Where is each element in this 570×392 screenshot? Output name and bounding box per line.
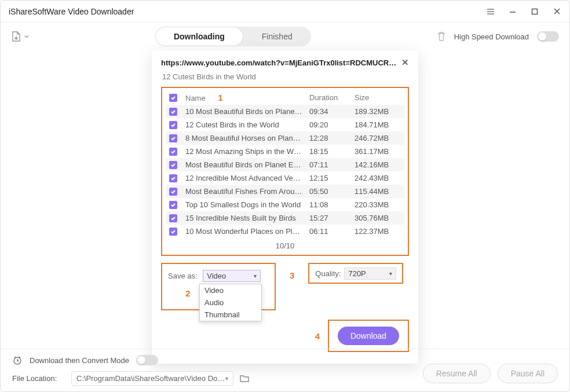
list-header: Name 1 Duration Size: [166, 90, 404, 105]
table-row[interactable]: 10 Most Beautiful Birds on Planet Earth …: [166, 105, 404, 118]
svg-rect-0: [532, 9, 538, 14]
pause-all-button[interactable]: Pause All: [498, 364, 558, 383]
dialog-subtitle: 12 Cutest Birds in the World: [162, 72, 409, 81]
maximize-icon[interactable]: [530, 7, 539, 16]
row-size: 115.44MB: [355, 187, 401, 196]
table-row[interactable]: 15 Incredible Nests Built by Birds15:273…: [166, 211, 404, 225]
chevron-down-icon[interactable]: [24, 34, 30, 39]
resume-all-button[interactable]: Resume All: [423, 364, 491, 383]
row-size: 220.33MB: [355, 200, 401, 209]
row-size: 361.17MB: [355, 147, 401, 156]
row-duration: 11:08: [309, 200, 349, 209]
row-size: 142.16MB: [355, 160, 401, 169]
row-checkbox[interactable]: [169, 108, 177, 116]
row-checkbox[interactable]: [169, 134, 177, 142]
open-folder-icon[interactable]: [239, 374, 250, 383]
table-row[interactable]: 12 Most Amazing Ships in the World18:153…: [166, 145, 404, 158]
main-area: https://www.youtube.com/watch?v=MjEaniGT…: [1, 50, 569, 349]
row-size: 246.72MB: [355, 134, 401, 142]
list-body: 10 Most Beautiful Birds on Planet Earth …: [166, 105, 404, 238]
col-name: Name 1: [185, 93, 304, 102]
title-bar: iShareSoftWare Video Downloader: [1, 1, 569, 23]
region-download: Download: [328, 320, 409, 352]
row-checkbox[interactable]: [169, 174, 177, 182]
saveas-option-thumbnail[interactable]: Thumbnail: [200, 309, 261, 321]
saveas-option-audio[interactable]: Audio: [200, 296, 261, 309]
convert-mode-toggle[interactable]: [136, 355, 158, 365]
row-duration: 09:20: [309, 120, 349, 129]
row-checkbox[interactable]: [169, 228, 177, 236]
table-row[interactable]: 12 Cutest Birds in the World09:20184.71M…: [166, 118, 404, 131]
list-counter: 10/10: [166, 241, 404, 250]
annotation-1: 1: [218, 93, 222, 102]
table-row[interactable]: 10 Most Wonderful Places on Planet Earth…: [166, 225, 404, 238]
row-name: 12 Cutest Birds in the World: [185, 120, 304, 129]
row-name: 12 Most Amazing Ships in the World: [185, 147, 304, 156]
saveas-dropdown: Video Audio Thumbnail: [199, 284, 262, 321]
row-name: 10 Most Beautiful Birds on Planet Earth …: [185, 107, 304, 116]
row-duration: 05:50: [309, 187, 349, 196]
bottom-actions: Resume All Pause All: [423, 364, 558, 383]
row-checkbox[interactable]: [169, 201, 177, 209]
row-checkbox[interactable]: [169, 214, 177, 222]
new-download-button[interactable]: [11, 31, 30, 42]
right-tools: High Speed Download: [437, 31, 559, 42]
row-size: 184.71MB: [355, 120, 401, 129]
col-duration: Duration: [309, 93, 349, 102]
row-duration: 15:27: [309, 214, 349, 222]
file-location-label: File Location:: [12, 374, 65, 383]
checkbox-select-all[interactable]: [169, 94, 177, 102]
table-row[interactable]: Most Beautiful Birds on Planet Earth07:1…: [166, 158, 404, 171]
close-icon[interactable]: [552, 7, 561, 16]
file-location-value: C:\ProgramData\iShareSoftware\Video Down…: [76, 374, 225, 383]
row-duration: 12:28: [309, 134, 349, 142]
col-size: Size: [355, 93, 401, 102]
quality-label: Quality:: [315, 269, 341, 278]
top-nav: Downloading Finished High Speed Download: [1, 23, 569, 50]
minimize-icon[interactable]: [508, 7, 517, 16]
row-name: Top 10 Smallest Dogs in the World: [185, 200, 304, 209]
trash-icon[interactable]: [437, 31, 446, 42]
region-saveas: Save as: Video ▾ Video Audio Thumbnail 2: [161, 263, 276, 310]
chevron-down-icon: ▾: [254, 273, 257, 279]
annotation-2: 2: [185, 288, 190, 298]
row-duration: 09:34: [309, 107, 349, 116]
chevron-down-icon: ▾: [225, 375, 228, 382]
row-name: Most Beautiful Fishes From Around The W.…: [185, 187, 304, 196]
bottom-bar: Download then Convert Mode File Location…: [1, 349, 569, 391]
row-checkbox[interactable]: [169, 121, 177, 129]
table-row[interactable]: Top 10 Smallest Dogs in the World11:0822…: [166, 198, 404, 211]
row-checkbox[interactable]: [169, 161, 177, 169]
tab-downloading[interactable]: Downloading: [155, 27, 243, 46]
row-duration: 07:11: [309, 160, 349, 169]
row-size: 122.37MB: [355, 227, 401, 236]
row-name: 8 Most Beautiful Horses on Planet Earth: [185, 134, 304, 142]
row-checkbox[interactable]: [169, 148, 177, 156]
playlist-dialog: https://www.youtube.com/watch?v=MjEaniGT…: [152, 50, 418, 364]
clock-icon: [12, 355, 23, 365]
row-size: 189.32MB: [355, 107, 401, 116]
tab-finished[interactable]: Finished: [243, 27, 311, 46]
dialog-url: https://www.youtube.com/watch?v=MjEaniGT…: [161, 58, 397, 67]
row-duration: 06:11: [309, 227, 349, 236]
saveas-option-video[interactable]: Video: [200, 284, 261, 296]
controls-row: Save as: Video ▾ Video Audio Thumbnail 2…: [161, 263, 409, 310]
dialog-close-icon[interactable]: ✕: [401, 57, 409, 68]
table-row[interactable]: 12 Incredible Most Advanced Vehicles In …: [166, 171, 404, 185]
download-button[interactable]: Download: [338, 327, 399, 345]
table-row[interactable]: 8 Most Beautiful Horses on Planet Earth1…: [166, 131, 404, 145]
quality-select[interactable]: 720P ▾: [344, 268, 396, 280]
annotation-3: 3: [290, 270, 294, 280]
quality-value: 720P: [348, 269, 366, 278]
table-row[interactable]: Most Beautiful Fishes From Around The W.…: [166, 185, 404, 198]
saveas-select[interactable]: Video ▾: [203, 270, 261, 282]
highspeed-label: High Speed Download: [454, 32, 529, 41]
menu-icon[interactable]: [486, 7, 495, 16]
highspeed-toggle[interactable]: [537, 31, 559, 42]
row-size: 305.76MB: [355, 214, 401, 222]
row-name: 12 Incredible Most Advanced Vehicles In …: [185, 174, 304, 182]
saveas-value: Video: [207, 272, 226, 280]
row-checkbox[interactable]: [169, 188, 177, 196]
window-controls: [486, 7, 561, 16]
file-location-select[interactable]: C:\ProgramData\iShareSoftware\Video Down…: [71, 371, 233, 386]
